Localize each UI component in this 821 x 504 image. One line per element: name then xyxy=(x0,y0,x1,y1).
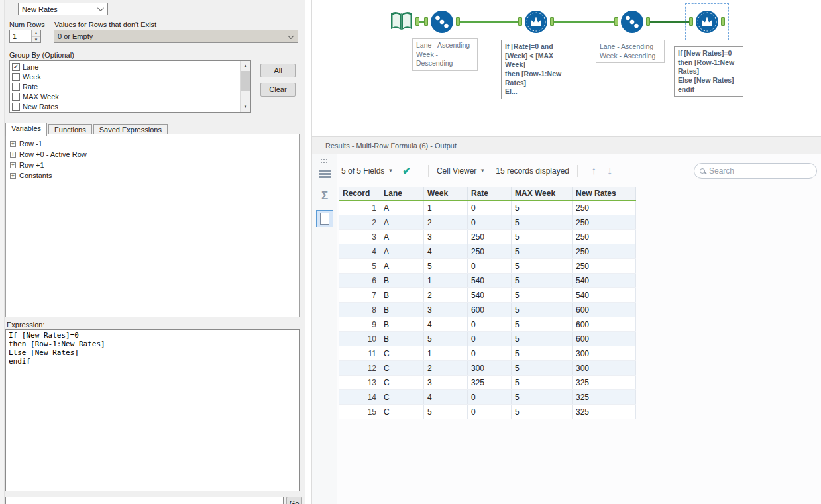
data-cell: 5 xyxy=(424,332,468,346)
table-row[interactable]: 2A205250 xyxy=(339,215,636,230)
output-anchor-icon[interactable] xyxy=(415,17,419,26)
table-row[interactable]: 9B405600 xyxy=(339,317,636,332)
input-anchor-icon[interactable] xyxy=(518,17,522,26)
table-row[interactable]: 6B15405540 xyxy=(339,274,636,288)
table-row[interactable]: 1A105250 xyxy=(339,201,636,215)
annotation-multi-row-formula-1[interactable]: If [Rate]=0 and [Week] < [MAX Week] then… xyxy=(501,40,567,99)
table-row[interactable]: 13C33255325 xyxy=(339,376,636,390)
output-anchor-icon[interactable] xyxy=(646,17,650,26)
field-select[interactable]: New Rates xyxy=(18,3,108,15)
checkbox[interactable]: ✓ xyxy=(12,63,20,71)
tree-item[interactable]: +Row -1 xyxy=(10,138,299,149)
metadata-view-button[interactable] xyxy=(316,210,333,227)
up-arrow-button[interactable]: ↑ xyxy=(591,165,596,177)
expand-icon[interactable]: + xyxy=(10,173,16,179)
missing-values-select[interactable]: 0 or Empty xyxy=(54,30,298,43)
column-header[interactable]: Lane xyxy=(380,187,424,201)
group-by-item[interactable]: Week xyxy=(10,72,239,81)
group-by-item[interactable]: MAX Week xyxy=(10,91,239,101)
table-row[interactable]: 8B36005600 xyxy=(339,303,636,317)
group-by-item[interactable]: ✓Lane xyxy=(10,62,239,72)
table-row[interactable]: 12C23005300 xyxy=(339,361,636,376)
results-titlebar[interactable]: Results - Multi-Row Formula (6) - Output xyxy=(312,136,821,154)
table-row[interactable]: 11C105300 xyxy=(339,346,636,361)
output-anchor-icon[interactable] xyxy=(721,17,725,26)
search-input[interactable] xyxy=(709,166,812,176)
connector-selected[interactable] xyxy=(649,21,690,23)
variables-tree[interactable]: +Row -1+Row +0 - Active Row+Row +1+Const… xyxy=(5,134,300,317)
table-row[interactable]: 7B25405540 xyxy=(339,288,636,303)
clear-button[interactable]: Clear xyxy=(260,83,296,97)
search-box[interactable] xyxy=(694,163,817,179)
group-by-item[interactable]: Rate xyxy=(10,81,239,91)
scroll-down-icon[interactable]: ▼ xyxy=(241,102,250,112)
column-header[interactable]: MAX Week xyxy=(512,187,573,201)
column-header[interactable]: New Rates xyxy=(573,187,636,201)
output-anchor-icon[interactable] xyxy=(456,17,460,26)
expand-icon[interactable]: + xyxy=(10,141,16,147)
connector[interactable] xyxy=(553,21,615,23)
output-anchor-icon[interactable] xyxy=(550,17,554,26)
all-button[interactable]: All xyxy=(260,64,296,77)
results-title: Results - Multi-Row Formula (6) - Output xyxy=(325,142,457,150)
checkbox[interactable] xyxy=(12,103,20,111)
profile-view-button[interactable]: Σ xyxy=(316,187,333,205)
data-cell: 540 xyxy=(468,274,512,288)
table-row[interactable]: 4A42505250 xyxy=(339,244,636,259)
test-expression-input[interactable] xyxy=(5,497,284,504)
table-row[interactable]: 15C505325 xyxy=(339,405,636,419)
checkbox[interactable] xyxy=(12,73,20,81)
tool-multi-row-formula-2[interactable] xyxy=(694,9,720,35)
tree-item[interactable]: +Row +0 - Active Row xyxy=(10,149,299,160)
down-arrow-button[interactable]: ↓ xyxy=(607,165,612,177)
stepper-down-icon[interactable]: ▼ xyxy=(32,37,40,43)
num-rows-stepper[interactable]: ▲ ▼ xyxy=(9,30,41,43)
column-header[interactable]: Week xyxy=(424,187,468,201)
checkbox[interactable] xyxy=(12,93,20,101)
table-row[interactable]: 10B505600 xyxy=(339,332,636,346)
table-row[interactable]: 3A32505250 xyxy=(339,230,636,244)
table-row[interactable]: 5A505250 xyxy=(339,259,636,274)
tool-sort-2[interactable] xyxy=(619,9,645,35)
scroll-up-icon[interactable]: ▲ xyxy=(241,61,250,71)
tree-item[interactable]: +Row +1 xyxy=(10,160,299,170)
records-view-button[interactable] xyxy=(316,165,333,182)
column-header[interactable]: Rate xyxy=(468,187,512,201)
data-cell: 325 xyxy=(573,405,636,419)
expression-editor[interactable]: If [New Rates]=0 then [Row-1:New Rates] … xyxy=(5,329,300,491)
group-by-item[interactable]: New Rates xyxy=(10,101,239,111)
input-anchor-icon[interactable] xyxy=(689,17,693,26)
fields-dropdown[interactable]: 5 of 5 Fields ▼ xyxy=(341,166,393,176)
tool-text-input[interactable] xyxy=(388,9,415,35)
data-cell: 5 xyxy=(512,346,573,361)
input-anchor-icon[interactable] xyxy=(614,17,618,26)
stepper-buttons[interactable]: ▲ ▼ xyxy=(31,30,40,42)
num-rows-input[interactable] xyxy=(10,30,31,42)
drag-grip-icon[interactable] xyxy=(320,158,329,163)
checkbox[interactable] xyxy=(12,83,20,91)
annotation-sort-2[interactable]: Lane - Ascending Week - Ascending xyxy=(596,40,665,63)
cell-viewer-dropdown[interactable]: Cell Viewer ▼ xyxy=(437,166,485,176)
scrollbar-thumb[interactable] xyxy=(241,71,250,91)
table-row[interactable]: 14C405325 xyxy=(339,390,636,405)
workflow-canvas[interactable]: Lane - Ascending Week - Descending If [R… xyxy=(311,0,821,136)
stepper-up-icon[interactable]: ▲ xyxy=(32,30,40,37)
apply-check-icon[interactable]: ✔ xyxy=(402,165,411,177)
expand-icon[interactable]: + xyxy=(10,162,16,168)
go-button[interactable]: Go xyxy=(286,497,302,504)
tool-sort-1[interactable] xyxy=(429,9,455,35)
tool-multi-row-formula-1[interactable] xyxy=(523,9,549,35)
expand-icon[interactable]: + xyxy=(10,152,16,158)
tree-item[interactable]: +Constants xyxy=(10,170,299,181)
column-header[interactable]: Record xyxy=(339,187,380,201)
annotation-multi-row-formula-2[interactable]: If [New Rates]=0 then [Row-1:New Rates] … xyxy=(674,46,743,97)
group-by-scrollbar[interactable]: ▲ ▼ xyxy=(240,61,250,112)
results-table[interactable]: RecordLaneWeekRateMAX WeekNew Rates 1A10… xyxy=(339,187,636,419)
input-anchor-icon[interactable] xyxy=(424,17,428,26)
group-by-list[interactable]: ✓LaneWeekRateMAX WeekNew Rates ▲ ▼ xyxy=(9,60,251,113)
data-cell: C xyxy=(380,390,424,405)
data-cell: 4 xyxy=(424,317,468,332)
tab-variables[interactable]: Variables xyxy=(5,123,47,136)
connector[interactable] xyxy=(459,21,519,23)
annotation-sort-1[interactable]: Lane - Ascending Week - Descending xyxy=(412,38,478,71)
